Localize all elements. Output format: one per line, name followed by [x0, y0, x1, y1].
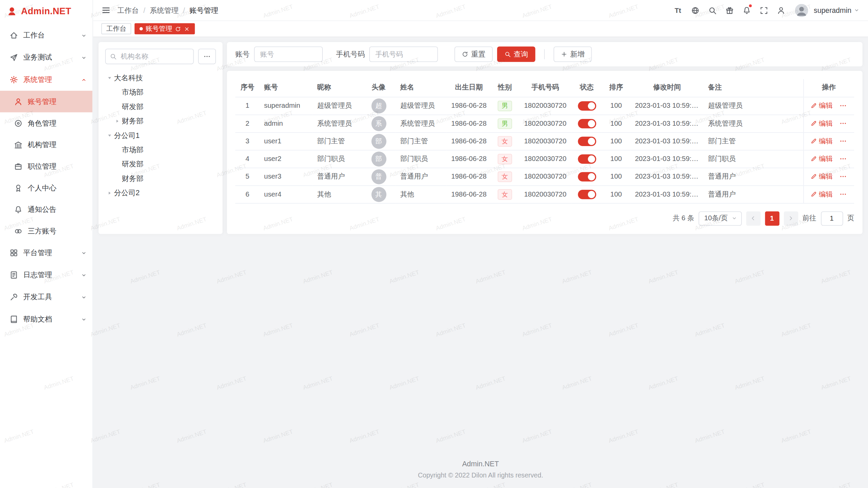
prev-page-button[interactable] — [746, 211, 760, 225]
tree-node[interactable]: 财务部 — [105, 171, 216, 186]
goto-page-input[interactable] — [821, 211, 843, 225]
tree-node[interactable]: 市场部 — [105, 143, 216, 157]
more-actions-button[interactable] — [840, 102, 847, 109]
cell-avatar: 系 — [361, 115, 396, 132]
theme-icon[interactable] — [722, 3, 737, 18]
page-body: 大名科技市场部研发部财务部分公司1市场部研发部财务部分公司2 账号 手机号码 重… — [93, 37, 868, 488]
gear-icon — [9, 75, 18, 84]
sidebar-item[interactable]: 开发工具 — [0, 286, 93, 308]
close-icon[interactable] — [184, 26, 190, 32]
status-toggle[interactable] — [578, 101, 596, 110]
breadcrumb: 工作台/系统管理/账号管理 — [117, 5, 218, 15]
cell-status — [572, 115, 602, 132]
sidebar-subitem[interactable]: 账号管理 — [0, 91, 93, 113]
cell-remark: 系统管理员 — [704, 115, 803, 132]
tree-node[interactable]: 研发部 — [105, 157, 216, 171]
sidebar-item[interactable]: 日志管理 — [0, 264, 93, 286]
page-size-select[interactable]: 10条/页 — [699, 211, 742, 225]
edit-button[interactable]: 编辑 — [811, 189, 833, 199]
tree-node-label: 市场部 — [122, 145, 143, 155]
status-toggle[interactable] — [578, 189, 596, 199]
breadcrumb-separator: / — [143, 6, 145, 14]
tree-node-label: 分公司2 — [114, 188, 139, 198]
cell-birth: 1986-06-28 — [447, 132, 491, 150]
tree-more-button[interactable] — [198, 49, 216, 64]
notification-icon[interactable] — [739, 3, 754, 18]
cell-order: 100 — [602, 132, 631, 150]
more-actions-button[interactable] — [840, 155, 847, 163]
sidebar-item-label: 日志管理 — [23, 270, 81, 280]
status-toggle[interactable] — [578, 172, 596, 181]
sidebar-item[interactable]: 帮助文档 — [0, 308, 93, 330]
cell-modified: 2023-01-03 10:59:44 — [631, 97, 704, 115]
more-actions-button[interactable] — [840, 172, 847, 180]
next-page-button[interactable] — [784, 211, 798, 225]
sidebar-subitem[interactable]: 职位管理 — [0, 156, 93, 177]
sidebar-item[interactable]: 系统管理 — [0, 68, 93, 90]
breadcrumb-item[interactable]: 工作台 — [117, 5, 139, 15]
sidebar-subitem-label: 角色管理 — [28, 118, 87, 128]
sidebar-subitem[interactable]: 机构管理 — [0, 134, 93, 156]
font-size-icon[interactable]: Tt — [670, 3, 685, 18]
more-actions-button[interactable] — [840, 190, 847, 198]
tab-1[interactable]: 工作台 — [101, 23, 131, 35]
edit-icon — [811, 173, 817, 180]
sidebar-item[interactable]: 平台管理 — [0, 242, 93, 264]
app-logo[interactable]: Admin.NET — [0, 0, 93, 22]
edit-button[interactable]: 编辑 — [811, 172, 833, 181]
breadcrumb-item[interactable]: 系统管理 — [150, 5, 179, 15]
table-row: 1superadmin超级管理员超超级管理员1986-06-28男1802003… — [235, 97, 854, 115]
profile-icon[interactable] — [773, 3, 788, 18]
account-input[interactable] — [254, 46, 322, 62]
column-header: 账号 — [260, 79, 313, 97]
caret-right-icon[interactable] — [105, 189, 113, 197]
status-toggle[interactable] — [578, 119, 596, 128]
edit-button[interactable]: 编辑 — [811, 136, 833, 146]
tree-node[interactable]: 分公司2 — [105, 186, 216, 200]
caret-down-icon[interactable] — [105, 131, 113, 140]
search-button[interactable]: 查询 — [497, 46, 535, 62]
tree-node[interactable]: 大名科技 — [105, 71, 216, 85]
edit-button[interactable]: 编辑 — [811, 101, 833, 110]
sidebar-subitem[interactable]: 三方账号 — [0, 220, 93, 242]
edit-label: 编辑 — [819, 101, 833, 110]
caret-right-icon[interactable] — [113, 117, 121, 125]
user-menu[interactable]: superadmin — [814, 6, 860, 14]
status-toggle[interactable] — [578, 154, 596, 164]
user-avatar[interactable] — [795, 4, 808, 17]
language-icon[interactable] — [688, 3, 703, 18]
page-1-button[interactable]: 1 — [765, 211, 779, 225]
phone-label: 手机号码 — [336, 49, 365, 59]
sidebar-subitem[interactable]: 通知公告 — [0, 199, 93, 220]
fullscreen-icon[interactable] — [756, 3, 771, 18]
hamburger-menu-icon[interactable] — [101, 5, 111, 15]
breadcrumb-item: 账号管理 — [190, 5, 218, 15]
caret-down-icon[interactable] — [105, 74, 113, 82]
total-count: 共 6 条 — [673, 214, 694, 223]
add-button[interactable]: 新增 — [554, 46, 592, 62]
refresh-icon[interactable] — [175, 26, 181, 32]
avatar: 其 — [371, 187, 386, 202]
org-search-input[interactable] — [105, 49, 194, 64]
sidebar-item[interactable]: 业务测试 — [0, 46, 93, 68]
edit-button[interactable]: 编辑 — [811, 154, 833, 164]
status-toggle[interactable] — [578, 136, 596, 146]
tree-node[interactable]: 市场部 — [105, 85, 216, 99]
sidebar-subitem[interactable]: 角色管理 — [0, 112, 93, 134]
reset-button[interactable]: 重置 — [454, 46, 493, 62]
more-actions-button[interactable] — [840, 120, 847, 127]
logo-text: Admin.NET — [21, 6, 71, 16]
column-header: 状态 — [572, 79, 602, 97]
sidebar-subitem[interactable]: 个人中心 — [0, 177, 93, 199]
tree-node[interactable]: 研发部 — [105, 100, 216, 114]
tree-node[interactable]: 分公司1 — [105, 128, 216, 143]
sidebar-item[interactable]: 工作台 — [0, 24, 93, 46]
search-icon[interactable] — [705, 3, 719, 18]
tab-2[interactable]: 账号管理 — [135, 23, 195, 35]
cell-gender: 男 — [491, 115, 519, 132]
tree-node[interactable]: 财务部 — [105, 114, 216, 128]
tab-bar: 工作台账号管理 — [93, 21, 868, 37]
phone-input[interactable] — [369, 46, 438, 62]
edit-button[interactable]: 编辑 — [811, 119, 833, 128]
more-actions-button[interactable] — [840, 137, 847, 145]
